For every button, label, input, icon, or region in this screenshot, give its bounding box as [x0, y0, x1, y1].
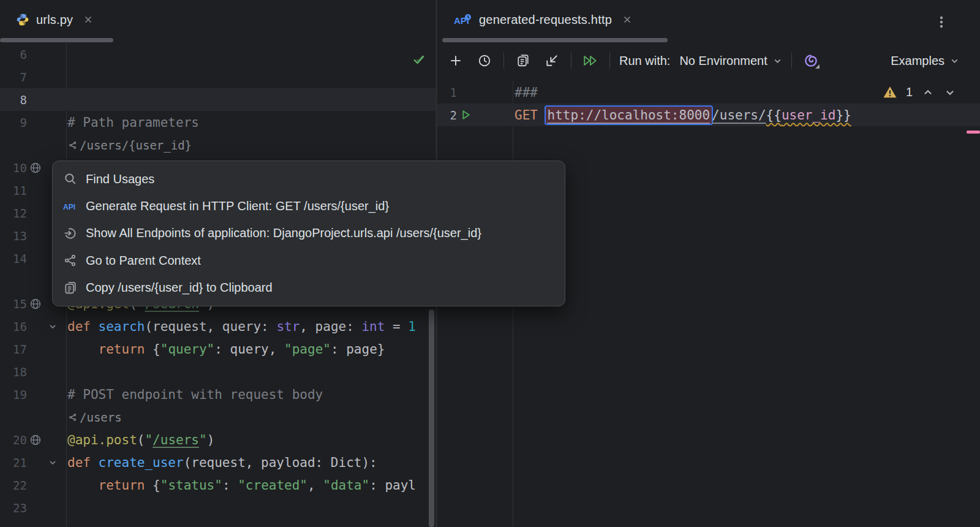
line-number: 21: [0, 456, 27, 469]
token-str: "status": [160, 478, 222, 493]
context-menu-item-go-to-parent-context[interactable]: Go to Parent Context: [53, 248, 565, 273]
context-menu-item-find-usages[interactable]: Find Usages: [53, 166, 565, 192]
code-text: ###: [474, 85, 538, 100]
token-txt: , page:: [300, 319, 361, 334]
code-line: 22 return {"status": "created", "data": …: [0, 474, 435, 496]
chevron-up-icon: [922, 87, 933, 98]
inspections-ok-icon[interactable]: [412, 52, 426, 67]
copy-request-button[interactable]: [513, 51, 533, 70]
line-number: 1: [437, 86, 457, 99]
ai-assistant-button[interactable]: [801, 51, 821, 70]
line-number: 19: [0, 388, 27, 401]
code-text: # Path parameters: [61, 115, 199, 130]
endpoint-inlay-text[interactable]: /users/{user_id}: [80, 138, 192, 152]
token-str: "page": [284, 342, 331, 357]
toolbar-separator: [791, 53, 792, 69]
environment-dropdown[interactable]: No Environment: [679, 54, 782, 68]
token-txt: [67, 342, 99, 357]
token-var: user_id: [782, 108, 836, 123]
context-menu-label: Find Usages: [86, 172, 154, 186]
code-text: return {"query": query, "page": page}: [61, 342, 385, 357]
context-menu-item-generate-request[interactable]: API Generate Request in HTTP Client: GET…: [53, 194, 565, 219]
open-in-http-client-button[interactable]: [542, 51, 562, 70]
code-text: # POST endpoint with request body: [61, 387, 323, 402]
code-text: def create_user(request, payload: Dict):: [61, 455, 377, 470]
token-url: /users/: [712, 108, 766, 123]
endpoint-inlay-icon[interactable]: [69, 413, 77, 422]
code-text: return {"status": "created", "data": pay…: [61, 478, 416, 493]
dropdown-corner-icon: [815, 64, 820, 69]
token-txt: :: [222, 478, 238, 493]
endpoint-globe-icon[interactable]: [27, 162, 44, 174]
show-endpoints-icon: [63, 227, 78, 240]
close-icon[interactable]: [622, 15, 632, 25]
context-menu-item-copy-path[interactable]: Copy /users/{user_id} to Clipboard: [53, 275, 565, 301]
ide-window: urls.py API generated-requests.http: [0, 0, 980, 527]
line-number: 15: [0, 297, 27, 311]
endpoint-inlay-text[interactable]: /users: [80, 411, 122, 424]
token-type: str: [276, 319, 300, 334]
tab-urls-py[interactable]: urls.py: [12, 6, 97, 33]
code-line: 19# POST endpoint with request body: [0, 383, 435, 406]
scrollbar-thumb[interactable]: [429, 309, 434, 527]
plus-icon: [449, 54, 462, 67]
line-number: 7: [0, 70, 27, 84]
add-request-button[interactable]: [446, 51, 466, 70]
token-brace: }}: [835, 108, 851, 123]
context-menu-label: Go to Parent Context: [86, 254, 201, 268]
token-kw: def: [67, 455, 99, 470]
request-history-button[interactable]: [475, 51, 494, 70]
token-txt: : payl: [369, 478, 416, 493]
context-menu-label: Show All Endpoints of application: Djang…: [86, 226, 481, 240]
run-with-label: Run with:: [619, 54, 670, 68]
endpoint-globe-icon[interactable]: [27, 298, 44, 310]
token-txt: : page}: [331, 342, 385, 357]
http-client-file-icon: API: [454, 13, 472, 26]
endpoint-globe-icon[interactable]: [27, 434, 44, 446]
endpoint-inlay-icon[interactable]: [69, 141, 77, 150]
previous-problem-button[interactable]: [921, 86, 935, 99]
tab-generated-requests-http[interactable]: API generated-requests.http: [450, 6, 636, 33]
error-stripe-mark[interactable]: [967, 131, 980, 134]
next-problem-button[interactable]: [943, 86, 957, 99]
code-text: /users/{user_id}: [61, 138, 192, 152]
close-icon[interactable]: [83, 15, 93, 25]
code-line: 6: [0, 43, 435, 66]
warning-count: 1: [906, 85, 913, 99]
line-number: 10: [0, 161, 27, 175]
line-number: 2: [437, 108, 457, 122]
more-options-kebab-icon[interactable]: [935, 13, 948, 31]
token-txt: =: [385, 319, 408, 334]
python-file-icon: [16, 13, 29, 26]
run-request-icon[interactable]: [457, 109, 474, 121]
code-line: 17 return {"query": query, "page": page}: [0, 338, 435, 360]
examples-label: Examples: [891, 54, 944, 68]
token-kw: GET: [514, 108, 546, 123]
tab-scrollbar[interactable]: [0, 38, 113, 42]
chevron-down-icon: [944, 87, 956, 98]
code-line: 7: [0, 66, 435, 88]
token-txt: [67, 478, 99, 493]
line-number: 13: [0, 229, 27, 243]
token-txt: : query,: [214, 342, 284, 357]
fold-chevron-icon[interactable]: [44, 322, 61, 331]
svg-text:API: API: [63, 202, 75, 211]
inlay-hint-row: /users/{user_id}: [0, 134, 435, 156]
token-lit: 1: [408, 319, 416, 334]
code-line: 20@api.post("/users"): [0, 428, 435, 451]
context-menu-item-show-all-endpoints[interactable]: Show All Endpoints of application: Djang…: [53, 221, 565, 246]
tab-scrollbar[interactable]: [442, 38, 668, 42]
token-cmt: ###: [514, 85, 538, 100]
fold-chevron-icon[interactable]: [44, 458, 61, 467]
token-txt: ,: [307, 478, 323, 493]
code-line: 2GET http://localhost:8000/users/{{user_…: [437, 104, 980, 126]
code-line: 8: [0, 88, 435, 111]
run-all-requests-button[interactable]: [581, 51, 600, 70]
run-all-icon: [582, 54, 598, 67]
api-icon: API: [63, 201, 78, 212]
copy-icon: [63, 281, 78, 295]
examples-dropdown[interactable]: Examples: [891, 54, 959, 68]
chevron-down-icon: [773, 56, 782, 66]
inspection-widget[interactable]: 1: [883, 85, 957, 99]
token-brace: {{: [766, 108, 782, 123]
